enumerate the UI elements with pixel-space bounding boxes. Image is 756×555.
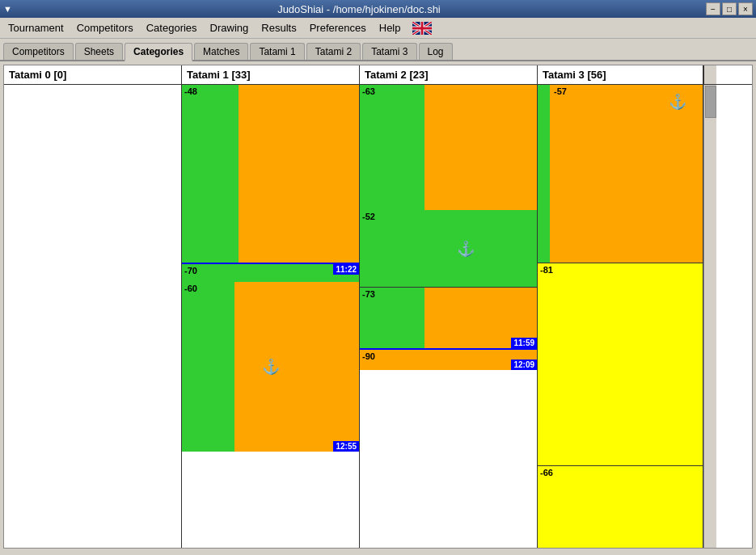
tab-sheets[interactable]: Sheets	[75, 43, 123, 60]
tab-matches[interactable]: Matches	[194, 43, 248, 60]
cat-block-48[interactable]: -48	[182, 85, 359, 263]
cat-block-66[interactable]: -66 14:43	[538, 466, 703, 548]
cat-block-52[interactable]: -52 ⚓	[360, 210, 537, 287]
cat-block-70[interactable]: -70 11:22	[182, 264, 359, 282]
tab-tatami2[interactable]: Tatami 2	[306, 43, 361, 60]
tatami1-header: Tatami 1 [33]	[182, 65, 360, 84]
tab-categories[interactable]: Categories	[125, 43, 192, 61]
tatami1-column: -48 -70 11:22 -60 ⚓ 12:55	[182, 85, 360, 548]
main-content: Tatami 0 [0] Tatami 1 [33] Tatami 2 [23]…	[3, 65, 753, 549]
window-controls: − □ ×	[706, 2, 756, 15]
tatami2-header: Tatami 2 [23]	[360, 65, 538, 84]
cat-block-60[interactable]: -60 ⚓ 12:55	[182, 282, 359, 452]
tatami0-header: Tatami 0 [0]	[4, 65, 182, 84]
menu-results[interactable]: Results	[256, 20, 301, 36]
tatami0-column	[4, 85, 182, 548]
tatami-body: -48 -70 11:22 -60 ⚓ 12:55 -63	[4, 85, 752, 548]
close-button[interactable]: ×	[738, 2, 753, 15]
scrollbar[interactable]	[703, 85, 716, 548]
window-title: JudoShiai - /home/hjokinen/doc.shi	[12, 3, 706, 15]
tabbar: Competitors Sheets Categories Matches Ta…	[0, 39, 756, 61]
menu-tournament[interactable]: Tournament	[3, 20, 69, 36]
cat-block-90[interactable]: -90 12:09	[360, 350, 537, 370]
menu-help[interactable]: Help	[374, 20, 406, 36]
cat-block-81[interactable]: -81	[538, 263, 703, 465]
tab-tatami3[interactable]: Tatami 3	[362, 43, 416, 60]
tatami3-header: Tatami 3 [56]	[538, 65, 703, 84]
titlebar: ▼ JudoShiai - /home/hjokinen/doc.shi − □…	[0, 0, 756, 18]
tab-log[interactable]: Log	[419, 43, 453, 60]
menu-competitors[interactable]: Competitors	[72, 20, 138, 36]
minimize-button[interactable]: −	[706, 2, 720, 15]
scrollbar-thumb[interactable]	[705, 86, 716, 118]
menubar: Tournament Competitors Categories Drawin…	[0, 18, 756, 39]
tatami-header-row: Tatami 0 [0] Tatami 1 [33] Tatami 2 [23]…	[4, 65, 752, 85]
app-icon: ▼	[0, 4, 12, 14]
menu-preferences[interactable]: Preferences	[305, 20, 371, 36]
menu-categories[interactable]: Categories	[141, 20, 202, 36]
tab-tatami1[interactable]: Tatami 1	[250, 43, 304, 60]
tab-competitors[interactable]: Competitors	[3, 43, 74, 60]
menu-drawing[interactable]: Drawing	[205, 20, 254, 36]
maximize-button[interactable]: □	[722, 2, 737, 15]
language-flag[interactable]	[412, 22, 432, 35]
cat-block-57[interactable]: -57 ⚓	[538, 85, 703, 263]
tatami2-column: -63 -52 ⚓ -73 11:59 -90 12:09	[360, 85, 538, 548]
cat-block-73[interactable]: -73 11:59	[360, 288, 537, 348]
cat-block-63[interactable]: -63	[360, 85, 537, 210]
tatami3-column: -57 ⚓ -81 -66 14:43	[538, 85, 703, 548]
